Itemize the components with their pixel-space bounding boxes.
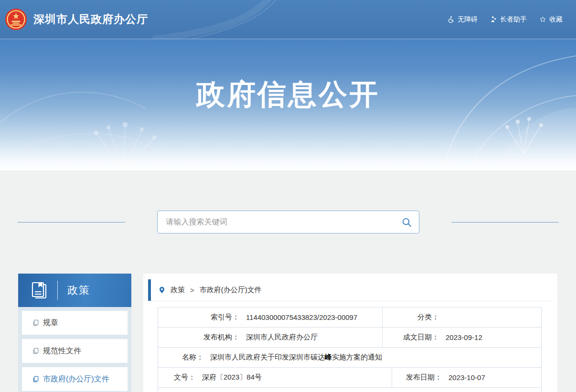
wheelchair-icon [448,16,455,23]
document-name-label: 名称： [158,353,203,362]
elder-assist-link[interactable]: 长者助手 [490,15,527,24]
breadcrumb-root[interactable]: 政策 [171,286,185,295]
header-links: 无障碍 长者助手 收藏 [448,15,563,24]
issuing-agency-label: 发布机构： [158,333,239,342]
breadcrumb-current[interactable]: 市政府(办公厅)文件 [200,286,262,295]
accessibility-label: 无障碍 [458,15,478,24]
written-date-label: 成文日期： [383,333,439,342]
index-number-label: 索引号： [158,313,239,322]
publish-date-label: 发布日期： [392,373,442,382]
decor-line-left [18,222,125,222]
star-icon [539,16,546,23]
sidebar-title: 政策 [67,283,90,297]
sidebar-item-normative-documents[interactable]: 规范性文件 [22,339,128,363]
issuing-agency-value: 深圳市人民政府办公厅 [239,333,318,342]
sidebar-item-label: 规章 [43,318,58,328]
clipped-row-cell [158,388,542,392]
written-date-value: 2023-09-12 [439,333,482,341]
index-number-value: 114403000075433823/2023-00097 [239,313,357,321]
table-row: 发布机构： 深圳市人民政府办公厅 成文日期： 2023-09-12 [158,328,542,348]
document-icon [32,376,39,382]
document-icon [32,348,39,354]
favorite-label: 收藏 [549,15,563,24]
breadcrumb: 政策 > 市政府(办公厅)文件 [148,279,553,301]
document-number-value: 深府〔2023〕84号 [195,373,262,382]
document-name-value: 深圳市人民政府关于印发深圳市碳达峰实施方案的通知 [203,353,382,362]
favorite-link[interactable]: 收藏 [539,15,563,24]
table-row: 文号： 深府〔2023〕84号 发布日期： 2023-10-07 [158,368,542,388]
sidebar-menu: 规章 规范性文件 市政府(办公厅)文件 [18,307,131,392]
decor-line-right [451,222,559,222]
index-number-cell: 索引号： 114403000075433823/2023-00097 [158,307,383,328]
document-number-label: 文号： [158,373,195,382]
location-pin-icon [158,286,166,295]
sidebar-item-label: 规范性文件 [43,346,81,356]
page-title: 政府信息公开 [0,39,576,114]
page-banner: 政府信息公开 [0,39,576,170]
table-row [158,388,542,392]
search-section [0,170,576,233]
document-name-cell: 名称： 深圳市人民政府关于印发深圳市碳达峰实施方案的通知 [158,348,542,368]
publish-date-cell: 发布日期： 2023-10-07 [392,368,542,388]
table-row: 索引号： 114403000075433823/2023-00097 分类： [158,307,542,328]
accessibility-link[interactable]: 无障碍 [448,15,478,24]
highlighted-term: 峰 [325,353,332,361]
search-input[interactable] [158,211,419,233]
sidebar: 政策 规章 规范性文件 [18,274,131,392]
search-box [157,211,419,233]
site-logo-brand[interactable]: 深圳市人民政府办公厅 [5,8,148,31]
search-icon[interactable] [401,217,412,228]
sidebar-header: 政策 [18,274,131,307]
breadcrumb-accent-bar [148,279,151,301]
sidebar-item-municipal-documents[interactable]: 市政府(办公厅)文件 [22,367,128,391]
issuing-agency-cell: 发布机构： 深圳市人民政府办公厅 [158,328,383,348]
book-icon [30,281,49,300]
breadcrumb-separator: > [190,286,194,294]
top-header: 深圳市人民政府办公厅 无障碍 长者助手 [0,0,576,39]
elder-assist-label: 长者助手 [500,15,527,24]
national-emblem-icon [5,8,27,31]
table-row: 名称： 深圳市人民政府关于印发深圳市碳达峰实施方案的通知 [158,348,542,368]
document-meta-table: 索引号： 114403000075433823/2023-00097 分类： 发… [158,307,542,392]
sidebar-item-label: 市政府(办公厅)文件 [43,374,109,384]
content-area: 政策 规章 规范性文件 [0,274,576,392]
main-panel: 政策 > 市政府(办公厅)文件 索引号： 114403000075433823/… [143,274,557,392]
document-icon [32,319,39,326]
sidebar-item-regulations[interactable]: 规章 [22,311,128,335]
category-cell: 分类： [383,307,542,328]
sidebar-divider [57,281,58,300]
site-title: 深圳市人民政府办公厅 [33,12,148,27]
elder-person-icon [490,16,497,23]
publish-date-value: 2023-10-07 [442,373,485,381]
category-label: 分类： [383,313,439,322]
written-date-cell: 成文日期： 2023-09-12 [383,328,542,348]
document-number-cell: 文号： 深府〔2023〕84号 [158,368,392,388]
